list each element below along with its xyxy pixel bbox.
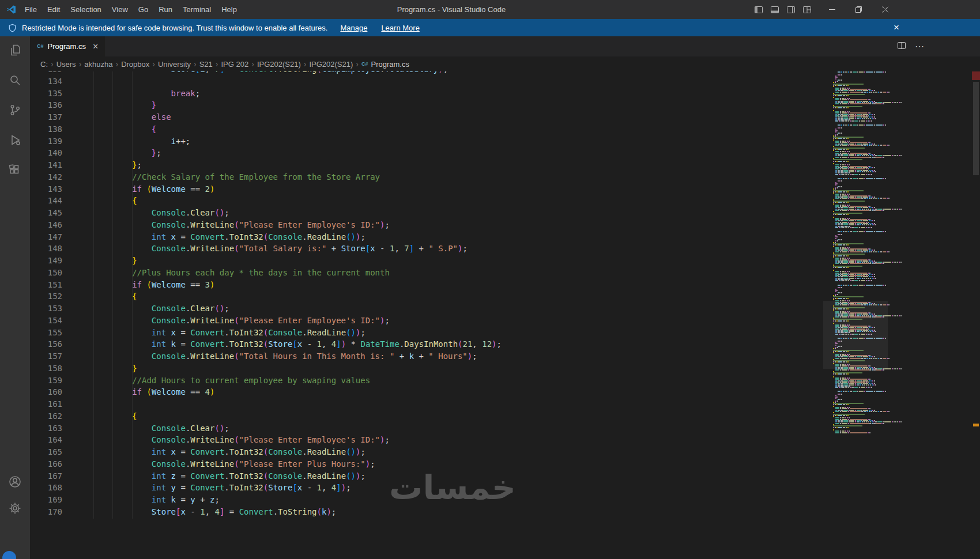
code-line-165[interactable]: 165int x = Convert.ToInt32(Console.ReadL… (30, 446, 980, 458)
menubar-item-selection[interactable]: Selection (65, 0, 106, 19)
line-number[interactable]: 152 (30, 290, 62, 303)
code-token: ; (443, 71, 448, 74)
restore-button[interactable] (845, 0, 872, 19)
tab-close-icon[interactable]: × (93, 42, 98, 51)
line-number[interactable]: 138 (30, 123, 62, 135)
minimap-token (895, 368, 896, 369)
line-number[interactable]: 153 (30, 303, 62, 315)
breadcrumb-item[interactable]: IPG 202 (221, 60, 249, 69)
menubar-item-help[interactable]: Help (216, 0, 242, 19)
breadcrumb-item[interactable]: Program.cs (371, 60, 409, 69)
line-number[interactable]: 166 (30, 458, 62, 470)
line-number[interactable]: 156 (30, 338, 62, 350)
line-number[interactable]: 141 (30, 159, 62, 171)
more-actions-icon[interactable]: ⋯ (915, 42, 924, 51)
line-number[interactable]: 168 (30, 482, 62, 494)
split-editor-icon[interactable] (897, 41, 906, 52)
menubar-item-edit[interactable]: Edit (42, 0, 65, 19)
line-number[interactable]: 147 (30, 231, 62, 243)
menubar-item-go[interactable]: Go (133, 0, 153, 19)
breadcrumb-item[interactable]: IPG202(S21) (257, 60, 301, 69)
line-number[interactable]: 161 (30, 398, 62, 410)
line-number[interactable]: 135 (30, 88, 62, 100)
line-number[interactable]: 154 (30, 315, 62, 327)
code-token: break (171, 89, 195, 98)
scrollbar[interactable] (972, 71, 980, 559)
breadcrumb-item[interactable]: IPG202(S21) (309, 60, 353, 69)
line-number[interactable]: 140 (30, 147, 62, 159)
learn-more-link[interactable]: Learn More (381, 24, 419, 32)
line-number[interactable]: 145 (30, 207, 62, 219)
line-number[interactable]: 170 (30, 506, 62, 518)
customize-layout-icon[interactable] (802, 5, 812, 14)
explorer-icon[interactable] (1, 43, 29, 57)
menubar-item-view[interactable]: View (107, 0, 133, 19)
breadcrumb-item[interactable]: University (158, 60, 191, 69)
minimize-button[interactable] (819, 0, 845, 19)
line-number[interactable]: 133 (30, 71, 62, 75)
menubar-item-terminal[interactable]: Terminal (178, 0, 216, 19)
scrollbar-thumb[interactable] (973, 82, 979, 175)
line-number[interactable]: 149 (30, 255, 62, 267)
accounts-icon[interactable] (1, 475, 29, 489)
line-number[interactable]: 169 (30, 494, 62, 506)
breadcrumb-item[interactable]: S21 (199, 60, 213, 69)
menubar-item-run[interactable]: Run (153, 0, 178, 19)
line-number[interactable]: 158 (30, 362, 62, 375)
code-line-166[interactable]: 166Console.WriteLine("Please Enter Plus … (30, 458, 980, 470)
breadcrumb-item[interactable]: akhuzha (84, 60, 112, 69)
minimap-token (833, 429, 834, 430)
minimap-token (888, 145, 889, 146)
breadcrumb-item[interactable]: Dropbox (121, 60, 149, 69)
minimap-token (866, 124, 873, 126)
minimap-token (838, 202, 842, 203)
line-number[interactable]: 157 (30, 350, 62, 362)
line-number[interactable]: 134 (30, 75, 62, 88)
line-number[interactable]: 136 (30, 99, 62, 111)
code-line-168[interactable]: 168int y = Convert.ToInt32(Store[x - 1, … (30, 482, 980, 494)
toggle-panel-icon[interactable] (770, 5, 779, 14)
minimap-slider[interactable] (823, 301, 888, 369)
minimap-token (840, 174, 842, 175)
search-icon[interactable] (1, 73, 29, 87)
manage-link[interactable]: Manage (340, 24, 367, 32)
line-number[interactable]: 150 (30, 267, 62, 279)
tab-program-cs[interactable]: C# Program.cs × (30, 36, 105, 56)
line-number[interactable]: 164 (30, 434, 62, 446)
line-number[interactable]: 143 (30, 183, 62, 195)
line-number[interactable]: 151 (30, 279, 62, 291)
minimap-token (864, 92, 866, 93)
line-number[interactable]: 148 (30, 243, 62, 255)
breadcrumb-item[interactable]: Users (56, 60, 76, 69)
code-token: } (132, 364, 137, 373)
line-number[interactable]: 142 (30, 171, 62, 183)
line-number[interactable]: 137 (30, 111, 62, 123)
toggle-sidebar-icon[interactable] (754, 5, 763, 14)
minimap-token (838, 255, 842, 256)
line-number[interactable]: 160 (30, 386, 62, 398)
minimap-token (843, 391, 844, 392)
line-number[interactable]: 159 (30, 375, 62, 387)
code-line-167[interactable]: 167int z = Convert.ToInt32(Console.ReadL… (30, 470, 980, 482)
line-number[interactable]: 146 (30, 219, 62, 231)
line-number[interactable]: 167 (30, 470, 62, 482)
line-number[interactable]: 162 (30, 410, 62, 422)
code-line-169[interactable]: 169int k = y + z; (30, 494, 980, 506)
line-number[interactable]: 163 (30, 422, 62, 435)
toggle-secondary-sidebar-icon[interactable] (786, 5, 796, 14)
breadcrumb-item[interactable]: C: (40, 60, 48, 69)
line-number[interactable]: 155 (30, 327, 62, 339)
line-number[interactable]: 144 (30, 195, 62, 207)
banner-close-icon[interactable]: × (889, 19, 904, 36)
settings-gear-icon[interactable] (1, 501, 29, 515)
minimap[interactable] (826, 71, 883, 446)
code-line-170[interactable]: 170Store[x - 1, 4] = Convert.ToString(k)… (30, 506, 980, 518)
line-number[interactable]: 139 (30, 135, 62, 148)
run-and-debug-icon[interactable] (1, 133, 29, 147)
source-control-icon[interactable] (1, 103, 29, 117)
close-button[interactable] (872, 0, 898, 19)
menubar-item-file[interactable]: File (20, 0, 42, 19)
extensions-icon[interactable] (1, 163, 29, 177)
minimap-token (868, 278, 869, 279)
line-number[interactable]: 165 (30, 446, 62, 458)
